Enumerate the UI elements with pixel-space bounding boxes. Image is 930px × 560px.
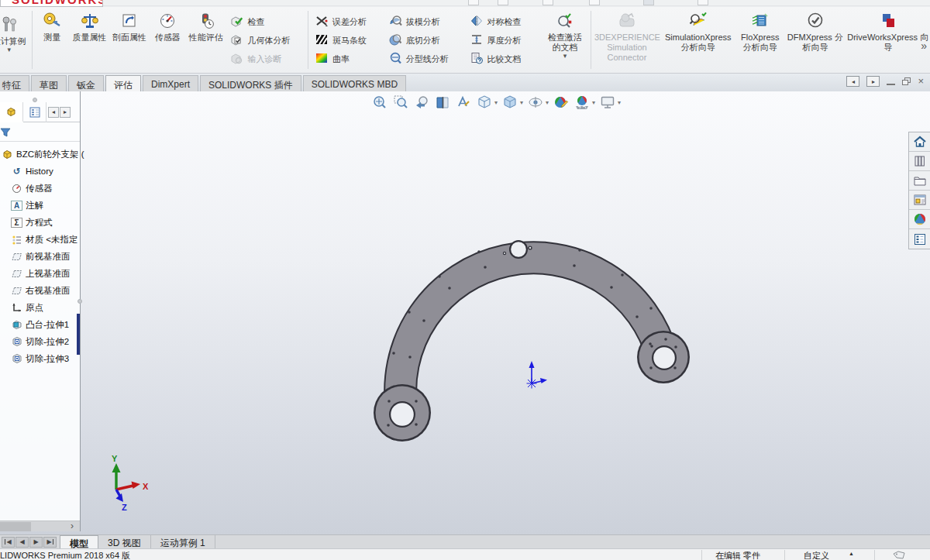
- toolbar-icon-stub[interactable]: [542, 0, 553, 5]
- tree-item-material[interactable]: 材质 <未指定: [0, 231, 80, 248]
- tab-features[interactable]: 特征: [0, 75, 29, 91]
- view-annotations-icon[interactable]: [454, 93, 473, 112]
- tree-item-history[interactable]: ↺ History: [0, 163, 80, 180]
- 3dexperience-connector-button[interactable]: 3DEXPERIENCE Simulation Connector: [594, 7, 661, 63]
- toolbar-icon-stub[interactable]: [698, 0, 708, 5]
- symmetry-check-button[interactable]: 对称检查: [466, 12, 542, 31]
- tab-mbd[interactable]: SOLIDWORKS MBD: [303, 75, 406, 91]
- tree-horizontal-scrollbar[interactable]: ›: [0, 520, 80, 531]
- mass-properties-button[interactable]: 质量属性: [70, 7, 109, 43]
- dropdown-arrow-icon[interactable]: ▾: [592, 99, 595, 106]
- section-properties-button[interactable]: 剖面属性: [109, 7, 149, 43]
- tree-item-front-plane[interactable]: 前视基准面: [0, 248, 80, 265]
- performance-evaluation-button[interactable]: 性能评估: [186, 7, 226, 43]
- compare-documents-button[interactable]: 比较文档: [466, 50, 542, 68]
- tab-sheet-metal[interactable]: 钣金: [68, 75, 104, 91]
- tab-motion-study[interactable]: 运动算例 1: [151, 535, 215, 549]
- part-arc[interactable]: [401, 258, 663, 413]
- scroll-right-icon[interactable]: ›: [71, 520, 74, 531]
- curvature-button[interactable]: 曲率: [311, 50, 384, 68]
- tree-item-equations[interactable]: Σ 方程式: [0, 214, 80, 231]
- driveworksxpress-button[interactable]: DriveWorksXpress 向导: [846, 7, 930, 53]
- minimize-icon[interactable]: [887, 84, 895, 85]
- toolbar-icon-stub[interactable]: [589, 0, 600, 5]
- custom-properties-tab[interactable]: [909, 229, 930, 249]
- zebra-stripes-button[interactable]: 斑马条纹: [311, 31, 384, 50]
- tree-item-cut-extrude2[interactable]: 切除-拉伸2: [0, 333, 80, 350]
- tab-property-manager[interactable]: [23, 102, 46, 122]
- tab-scroll-left-icon[interactable]: ◂: [48, 107, 59, 118]
- nav-next-icon[interactable]: ▶: [29, 537, 43, 548]
- zoom-fit-icon[interactable]: [370, 93, 389, 112]
- dropdown-arrow-icon[interactable]: ▾: [494, 99, 498, 106]
- tree-item-cut-extrude3[interactable]: 切除-拉伸3: [0, 350, 80, 367]
- close-icon[interactable]: ×: [918, 76, 924, 87]
- tab-featuremanager-tree[interactable]: [0, 102, 23, 122]
- tab-evaluate[interactable]: 评估: [105, 75, 141, 91]
- measure-button[interactable]: 测量: [35, 7, 70, 43]
- restore-icon[interactable]: [902, 77, 911, 85]
- custom-status-button[interactable]: 自定义: [804, 550, 829, 560]
- floxpress-button[interactable]: FloXpress 分析向导: [735, 7, 784, 53]
- apply-scene-icon[interactable]: [573, 93, 591, 112]
- previous-view-icon[interactable]: [412, 93, 431, 112]
- toolbar-icon-stub[interactable]: [468, 0, 479, 5]
- tab-scroll-right-icon[interactable]: ▸: [60, 107, 71, 118]
- tree-filter-bar[interactable]: [0, 123, 80, 142]
- toolbar-icon-stub[interactable]: [498, 0, 508, 5]
- ribbon-overflow-chevron[interactable]: »: [921, 40, 927, 52]
- pane-collapse-right-icon[interactable]: ▸: [866, 76, 880, 87]
- deviation-analysis-button[interactable]: 误差分析: [311, 12, 384, 31]
- nav-last-icon[interactable]: ▶: [43, 537, 57, 548]
- scrollbar-thumb[interactable]: [0, 522, 31, 531]
- graphics-viewport[interactable]: Y X Z ▾ ▾ ▾ ▾ ▾ ◂: [0, 91, 930, 534]
- section-view-icon[interactable]: [433, 93, 452, 112]
- part-model[interactable]: Y X Z: [0, 91, 930, 534]
- check-active-document-button[interactable]: 检查激活的文档 ▾: [542, 7, 587, 59]
- panel-edge-handle[interactable]: [78, 299, 82, 304]
- tree-item-origin[interactable]: 原点: [0, 299, 80, 316]
- dropdown-arrow-icon[interactable]: ▾: [618, 99, 621, 106]
- tab-model[interactable]: 模型: [60, 535, 98, 549]
- dropdown-arrow-icon[interactable]: ▾: [546, 99, 549, 106]
- dropdown-arrow-icon[interactable]: ▾: [520, 99, 523, 106]
- nav-previous-icon[interactable]: ◀: [16, 537, 29, 548]
- thickness-analysis-button[interactable]: 厚度分析: [466, 31, 542, 50]
- tab-addins[interactable]: SOLIDWORKS 插件: [200, 75, 301, 91]
- pane-collapse-left-icon[interactable]: ◂: [846, 76, 859, 87]
- tree-item-boss-extrude1[interactable]: 凸台-拉伸1: [0, 316, 80, 333]
- design-study-button[interactable]: 设计算例 ▾: [0, 11, 29, 53]
- tree-item-part[interactable]: BZC前轮外支架 (: [0, 146, 80, 163]
- undercut-analysis-button[interactable]: 底切分析: [384, 31, 466, 50]
- tab-3d-views[interactable]: 3D 视图: [98, 535, 151, 549]
- tab-sketch[interactable]: 草图: [31, 75, 67, 91]
- sensors-button[interactable]: 传感器: [150, 7, 186, 43]
- custom-arrow-icon[interactable]: ▲: [849, 551, 854, 556]
- design-library-tab[interactable]: [909, 152, 930, 171]
- tab-dimxpert[interactable]: DimXpert: [143, 75, 198, 91]
- edit-appearance-icon[interactable]: [552, 93, 570, 112]
- nav-first-icon[interactable]: ◀: [2, 537, 15, 548]
- simulationxpress-button[interactable]: SimulationXpress 分析向导: [660, 7, 735, 53]
- file-explorer-tab[interactable]: [909, 171, 930, 191]
- appearances-tab[interactable]: [909, 210, 930, 229]
- view-palette-tab[interactable]: [909, 191, 930, 210]
- tree-item-annotations[interactable]: A 注解: [0, 197, 80, 214]
- tree-item-sensors[interactable]: 传感器: [0, 180, 80, 197]
- view-orientation-icon[interactable]: [475, 93, 494, 112]
- hide-show-items-icon[interactable]: [526, 93, 545, 112]
- geometry-analysis-button[interactable]: 几何体分析: [226, 31, 305, 50]
- dfmxpress-button[interactable]: DFMXpress 分析向导: [784, 7, 846, 53]
- tree-item-top-plane[interactable]: 上视基准面: [0, 265, 80, 282]
- check-button[interactable]: 检查: [226, 12, 305, 31]
- view-settings-icon[interactable]: [598, 93, 617, 112]
- parting-line-analysis-button[interactable]: 分型线分析: [384, 50, 466, 68]
- import-diagnostics-button[interactable]: 输入诊断: [226, 50, 305, 68]
- tag-icon[interactable]: [893, 551, 905, 560]
- display-style-icon[interactable]: [501, 93, 519, 112]
- home-tab[interactable]: [909, 132, 930, 152]
- zoom-area-icon[interactable]: [391, 93, 410, 112]
- toolbar-icon-stub[interactable]: [643, 0, 654, 5]
- draft-analysis-button[interactable]: 拔模分析: [384, 12, 466, 31]
- tree-item-right-plane[interactable]: 右视基准面: [0, 282, 80, 299]
